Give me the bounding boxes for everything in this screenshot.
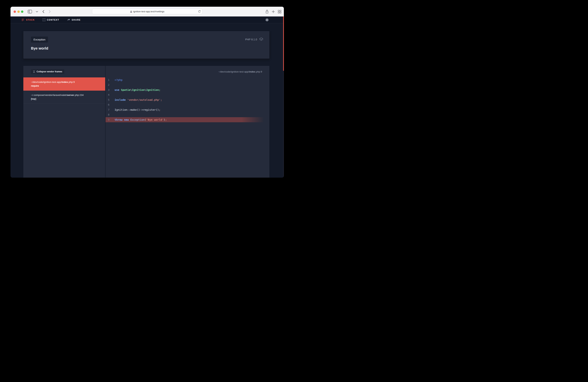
- browser-chrome: ignition-test-app.test/#settings: [10, 7, 284, 17]
- code-line: 6: [105, 102, 269, 107]
- collapse-icon: [33, 71, 35, 73]
- frame-file-path: ~/dev/code/ignition-test-app/index.php:9: [31, 80, 100, 84]
- frame-file-path: ~/.composer/vendor/laravel/valet/server.…: [31, 93, 100, 97]
- line-code: Ignition::make()->register();: [112, 108, 160, 111]
- line-number: 6: [105, 103, 112, 106]
- close-window-button[interactable]: [14, 11, 16, 13]
- url-text: ignition-test-app.test/#settings: [133, 10, 165, 13]
- frame-method: [top]: [31, 97, 100, 101]
- back-button[interactable]: [42, 10, 44, 13]
- page-scrollbar-thumb[interactable]: [283, 17, 284, 71]
- code-file-path: ~/dev/code/ignition-test-app/index.php:9: [105, 66, 269, 77]
- traffic-lights: [14, 11, 23, 13]
- exception-type-badge: Exception: [31, 37, 48, 42]
- tab-stack-label: STACK: [26, 19, 35, 21]
- code-line: 7Ignition::make()->register();: [105, 107, 269, 112]
- line-number: 9: [105, 118, 112, 121]
- tab-context-label: CONTEXT: [47, 19, 59, 21]
- stack-frames: ~/dev/code/ignition-test-app/index.php:9…: [23, 77, 105, 104]
- code-path-prefix: ~/dev/code/ignition-test-app/: [218, 70, 249, 73]
- code-line: 3use Spatie\Ignition\Ignition;: [105, 87, 269, 93]
- collapse-button-label: Collapse vendor frames: [37, 70, 62, 73]
- code-line: 2: [105, 82, 269, 88]
- line-number: 2: [105, 83, 112, 86]
- context-brackets-icon: [43, 19, 45, 21]
- tab-context[interactable]: CONTEXT: [43, 19, 59, 21]
- code-line: 4: [105, 93, 269, 97]
- php-version-block: PHP 8.1.0: [245, 37, 263, 41]
- frame-method: require: [31, 84, 100, 88]
- line-number: 7: [105, 108, 112, 111]
- debug-panels: Collapse vendor frames ~/dev/code/igniti…: [23, 66, 269, 178]
- stack-frame[interactable]: ~/.composer/vendor/laravel/valet/server.…: [23, 91, 105, 104]
- browser-window: ignition-test-app.test/#settings: [10, 7, 284, 178]
- share-export-icon[interactable]: [265, 10, 269, 14]
- code-line: 8: [105, 112, 269, 117]
- exception-message: Bye world: [31, 46, 269, 50]
- php-version-label: PHP 8.1.0: [245, 38, 257, 41]
- ignition-navbar: STACK CONTEXT SHARE: [10, 17, 284, 23]
- tab-share-label: SHARE: [72, 19, 81, 21]
- tab-stack[interactable]: STACK: [22, 19, 35, 21]
- settings-gear-icon[interactable]: [265, 18, 269, 22]
- page-scrollbar-track: [283, 17, 284, 178]
- line-number: 3: [105, 88, 112, 91]
- code-line-highlighted: 9throw new Exception('Bye world');: [105, 117, 269, 122]
- code-panel: ~/dev/code/ignition-test-app/index.php:9…: [105, 66, 269, 178]
- code-lines: 1<?php23use Spatie\Ignition\Ignition;45i…: [105, 77, 269, 122]
- line-code: throw new Exception('Bye world');: [112, 118, 167, 121]
- stack-lines-icon: [22, 19, 24, 21]
- sidebar-icon[interactable]: [28, 10, 32, 13]
- stack-trace-panel: Collapse vendor frames ~/dev/code/igniti…: [23, 66, 105, 178]
- line-number: 5: [105, 98, 112, 101]
- line-code: use Spatie\Ignition\Ignition;: [112, 88, 160, 91]
- address-bar[interactable]: ignition-test-app.test/#settings: [92, 9, 203, 14]
- code-line: 5include 'vendor/autoload.php';: [105, 97, 269, 102]
- lock-icon: [130, 10, 132, 13]
- code-path-line: .php:9: [255, 70, 262, 73]
- chrome-divider: [34, 10, 34, 13]
- line-number: 8: [105, 113, 112, 116]
- line-number: 1: [105, 78, 112, 81]
- tab-overview-icon[interactable]: [278, 10, 281, 13]
- minimize-window-button[interactable]: [17, 11, 20, 13]
- ignition-page: Exception Bye world PHP 8.1.0 Collapse v…: [10, 23, 284, 178]
- exception-card: Exception Bye world PHP 8.1.0: [23, 31, 269, 58]
- forward-button[interactable]: [49, 10, 51, 13]
- collapse-vendor-frames-button[interactable]: Collapse vendor frames: [31, 69, 64, 74]
- line-code: <?php: [112, 78, 123, 81]
- new-tab-plus-icon[interactable]: [272, 10, 275, 13]
- share-arrow-icon: [67, 19, 70, 21]
- line-code: include 'vendor/autoload.php';: [112, 98, 162, 101]
- zoom-window-button[interactable]: [21, 11, 23, 13]
- stack-frame-active[interactable]: ~/dev/code/ignition-test-app/index.php:9…: [23, 77, 105, 91]
- code-line: 1<?php: [105, 77, 269, 82]
- laravel-logo-icon: [259, 37, 263, 41]
- reload-button[interactable]: [198, 10, 201, 13]
- code-path-file: index: [249, 70, 255, 73]
- tab-share[interactable]: SHARE: [67, 19, 81, 21]
- sidebar-chevron-down-icon[interactable]: [36, 11, 38, 13]
- line-number: 4: [105, 93, 112, 96]
